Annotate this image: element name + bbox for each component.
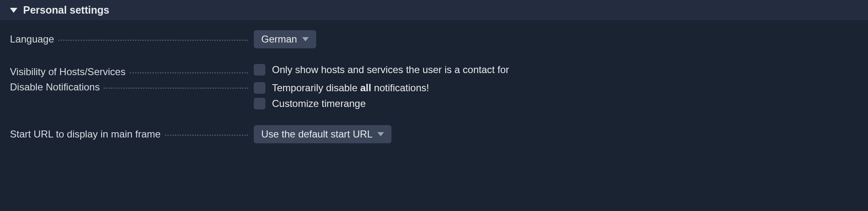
dots-leader — [130, 72, 248, 73]
chevron-down-icon — [302, 37, 309, 41]
visibility-checkbox-row: Only show hosts and services the user is… — [254, 64, 509, 76]
disable-suffix: notifications! — [371, 82, 429, 93]
label-col: Start URL to display in main frame — [10, 128, 254, 140]
setting-row-visibility: Visibility of Hosts/Services Only show h… — [10, 64, 858, 80]
label-col: Language — [10, 33, 254, 45]
setting-row-start-url: Start URL to display in main frame Use t… — [10, 125, 858, 143]
dots-leader — [104, 88, 248, 89]
language-select-value: German — [261, 33, 297, 45]
label-col: Disable Notifications — [10, 81, 254, 93]
label-col: Visibility of Hosts/Services — [10, 66, 254, 78]
section-title: Personal settings — [23, 4, 109, 16]
visibility-checkbox-label: Only show hosts and services the user is… — [272, 64, 509, 76]
setting-row-language: Language German — [10, 30, 858, 48]
dots-leader — [58, 40, 248, 41]
disable-notifications-label: Temporarily disable all notifications! — [272, 82, 429, 94]
disable-bold: all — [360, 82, 371, 93]
dots-leader — [165, 135, 248, 136]
visibility-checkbox[interactable] — [254, 64, 265, 76]
notifications-checkbox-group: Temporarily disable all notifications! C… — [254, 82, 429, 114]
settings-panel: Language German Visibility of Hosts/Serv… — [0, 20, 868, 159]
chevron-down-icon — [377, 132, 384, 136]
notifications-label: Disable Notifications — [10, 81, 100, 93]
value-col: Use the default start URL — [254, 125, 858, 143]
visibility-label: Visibility of Hosts/Services — [10, 66, 126, 78]
disable-notifications-checkbox[interactable] — [254, 82, 265, 94]
customize-timerange-label: Customize timerange — [272, 98, 366, 109]
value-col: Only show hosts and services the user is… — [254, 64, 858, 80]
start-url-label: Start URL to display in main frame — [10, 128, 161, 140]
language-select[interactable]: German — [254, 30, 316, 48]
section-header[interactable]: Personal settings — [0, 0, 868, 20]
collapse-icon — [10, 8, 17, 13]
start-url-select-value: Use the default start URL — [261, 128, 372, 140]
value-col: Temporarily disable all notifications! C… — [254, 81, 858, 114]
customize-timerange-checkbox[interactable] — [254, 98, 265, 109]
language-label: Language — [10, 33, 54, 45]
setting-row-notifications: Disable Notifications Temporarily disabl… — [10, 81, 858, 114]
disable-notifications-row: Temporarily disable all notifications! — [254, 82, 429, 94]
disable-prefix: Temporarily disable — [272, 82, 360, 93]
start-url-select[interactable]: Use the default start URL — [254, 125, 391, 143]
value-col: German — [254, 30, 858, 48]
customize-timerange-row: Customize timerange — [254, 98, 429, 109]
